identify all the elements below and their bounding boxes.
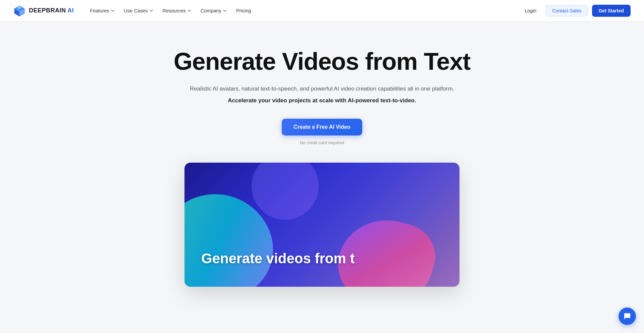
video-preview: Generate videos from t xyxy=(184,163,460,287)
navbar: DEEPBRAIN AI Features Use Cases Resource… xyxy=(0,0,644,21)
no-credit-text: No credit card required xyxy=(300,140,344,145)
video-text-overlay: Generate videos from t xyxy=(201,251,355,267)
chevron-down-icon xyxy=(149,9,153,13)
nav-item-pricing[interactable]: Pricing xyxy=(232,5,255,16)
logo-icon xyxy=(13,5,25,17)
chat-icon xyxy=(623,312,631,320)
nav-item-resources[interactable]: Resources xyxy=(159,5,195,16)
nav-menu: Features Use Cases Resources Company xyxy=(86,5,255,16)
login-button[interactable]: Login xyxy=(519,5,542,16)
nav-item-use-cases[interactable]: Use Cases xyxy=(120,5,157,16)
create-free-video-button[interactable]: Create a Free AI Video xyxy=(282,119,363,135)
blob-decoration-3 xyxy=(252,163,319,220)
logo-text: DEEPBRAIN AI xyxy=(29,7,74,14)
chevron-down-icon xyxy=(111,9,115,13)
hero-section: Generate Videos from Text Realistic AI a… xyxy=(0,21,644,307)
nav-item-company[interactable]: Company xyxy=(197,5,231,16)
get-started-button[interactable]: Get Started xyxy=(592,5,631,17)
hero-subtitle: Realistic AI avatars, natural text-to-sp… xyxy=(190,84,454,93)
chevron-down-icon xyxy=(187,9,191,13)
nav-item-features[interactable]: Features xyxy=(86,5,118,16)
blob-decoration-2 xyxy=(329,209,442,287)
chat-bubble-button[interactable] xyxy=(619,308,636,325)
hero-subtitle-bold: Accelerate your video projects at scale … xyxy=(228,96,416,105)
logo[interactable]: DEEPBRAIN AI xyxy=(13,5,74,17)
hero-title: Generate Videos from Text xyxy=(174,48,471,75)
chevron-down-icon xyxy=(223,9,227,13)
navbar-right: Login Contact Sales Get Started xyxy=(519,5,631,17)
contact-sales-button[interactable]: Contact Sales xyxy=(546,5,588,16)
navbar-left: DEEPBRAIN AI Features Use Cases Resource… xyxy=(13,5,255,17)
